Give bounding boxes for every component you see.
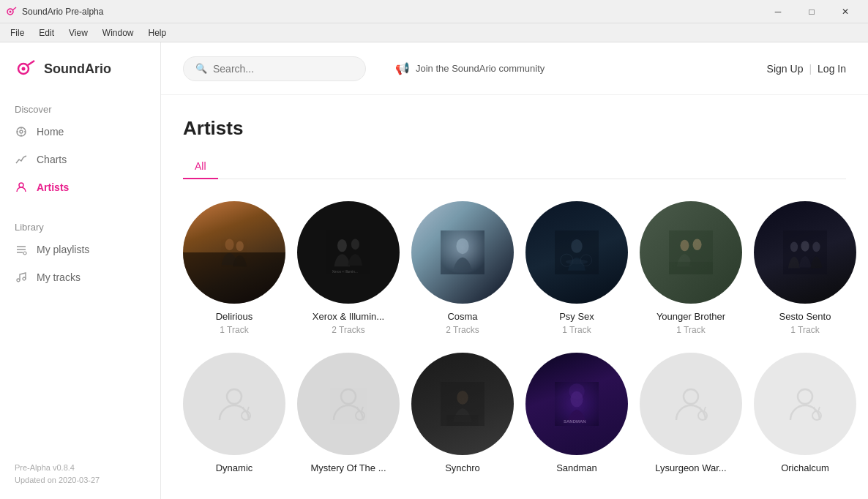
svg-point-19 [225,239,234,250]
playlists-icon [15,243,28,256]
page-title: Artists [183,117,846,140]
svg-rect-50 [447,415,479,426]
svg-line-46 [362,407,363,411]
sidebar-item-artists[interactable]: Artists [0,173,160,201]
artist-avatar-dynamic [183,353,285,455]
tab-all[interactable]: All [183,154,218,179]
artist-name-sandman: Sandman [556,462,597,473]
sidebar-playlists-label: My playlists [37,244,89,255]
svg-line-61 [818,407,820,411]
artist-name-sesto: Sesto Sento [779,311,831,322]
menu-help[interactable]: Help [141,23,174,42]
artist-avatar-sandman: SANDMAN [525,353,628,455]
artist-card-xerox[interactable]: Xerox × Illumin... Xerox & Illumin... 2 … [297,201,400,335]
artist-card-younger[interactable]: Younger Brother 1 Track [640,201,742,335]
svg-point-39 [812,241,820,252]
topbar: 🔍 📢 Join the SoundArio community Sign Up… [161,42,868,95]
svg-point-34 [693,239,702,250]
content-area: Artists All [161,95,868,499]
titlebar: SoundArio Pre-alpha ─ □ ✕ [0,0,868,23]
menu-view[interactable]: View [61,23,95,42]
sidebar-footer: Pre-Alpha v0.8.4 Updated on 2020-03-27 [0,450,160,499]
artist-name-mystery: Mystery Of The ... [310,462,386,473]
artist-avatar-delirious [183,201,285,304]
search-input[interactable] [213,63,353,75]
search-icon: 🔍 [195,63,207,74]
svg-point-12 [19,183,23,187]
artist-card-delirious[interactable]: Delirious 1 Track [183,201,285,335]
svg-line-2 [12,7,16,10]
minimize-button[interactable]: ─ [761,0,795,23]
artist-card-mystery[interactable]: Mystery Of The ... [297,353,400,476]
discover-section-label: Discover [0,98,160,118]
tracks-icon [15,271,28,284]
svg-point-7 [20,130,23,133]
artist-card-sesto[interactable]: Sesto Sento 1 Track [754,201,856,335]
artist-tracks-cosma: 2 Tracks [446,325,479,335]
logo-text: SoundArio [44,61,111,77]
svg-point-29 [566,259,588,264]
svg-point-18 [23,277,26,280]
artist-avatar-synchro [411,353,514,455]
svg-line-43 [243,407,244,411]
svg-point-37 [790,241,798,252]
svg-point-55 [684,389,698,404]
search-box[interactable]: 🔍 [183,56,366,81]
artist-tracks-younger: 1 Track [676,325,705,335]
community-text: Join the SoundArio community [416,63,545,74]
artist-tracks-sesto: 1 Track [790,325,819,335]
svg-point-53 [570,391,583,407]
sidebar-home-label: Home [37,126,64,138]
sidebar-item-home[interactable]: Home [0,118,160,146]
sidebar-item-charts[interactable]: Charts [0,146,160,173]
artist-name-lysurgeon: Lysurgeon War... [655,462,726,473]
artist-card-synchro[interactable]: Synchro [411,353,514,476]
community-notice: 📢 Join the SoundArio community [395,61,545,75]
artists-icon [15,181,28,194]
artist-card-psysex[interactable]: Psy Sex 1 Track [525,201,628,335]
artist-avatar-cosma [411,201,514,304]
close-button[interactable]: ✕ [828,0,862,23]
artist-card-orichalcum[interactable]: Orichalcum [754,353,856,476]
maximize-button[interactable]: □ [795,0,828,23]
svg-point-38 [801,241,809,252]
artist-avatar-lysurgeon [640,353,742,455]
soundario-logo-icon [15,57,38,80]
artist-avatar-sesto [754,201,856,304]
svg-point-49 [457,391,468,405]
artist-tracks-psysex: 1 Track [562,325,591,335]
svg-line-5 [28,61,34,65]
artist-name-cosma: Cosma [447,311,477,322]
svg-rect-35 [669,262,713,274]
svg-rect-21 [326,230,370,274]
artist-card-lysurgeon[interactable]: Lysurgeon War... [640,353,742,476]
svg-line-57 [704,407,706,411]
svg-point-59 [798,389,812,404]
artist-avatar-mystery [297,353,400,455]
login-link[interactable]: Log In [818,63,846,75]
signup-link[interactable]: Sign Up [767,63,804,75]
svg-point-4 [22,67,26,71]
window-controls: ─ □ ✕ [761,0,862,23]
sidebar-item-playlists[interactable]: My playlists [0,236,160,263]
artist-name-dynamic: Dynamic [216,462,253,473]
artist-name-xerox: Xerox & Illumin... [313,311,384,322]
menu-file[interactable]: File [3,23,31,42]
artist-tracks-delirious: 1 Track [220,325,248,335]
artist-avatar-younger [640,201,742,304]
artist-card-cosma[interactable]: Cosma 2 Tracks [411,201,514,335]
sidebar-item-tracks[interactable]: My tracks [0,263,160,291]
artist-card-sandman[interactable]: SANDMAN Sandman [525,353,628,476]
sidebar: SoundArio Discover Home [0,42,161,499]
svg-line-42 [247,407,249,411]
artist-name-synchro: Synchro [445,462,480,473]
window-title: SoundArio Pre-alpha [22,7,761,17]
menu-edit[interactable]: Edit [31,23,61,42]
library-section-label: Library [0,216,160,236]
svg-point-16 [23,252,26,255]
speaker-icon: 📢 [395,61,410,75]
menu-window[interactable]: Window [95,23,141,42]
actions-divider: | [806,63,815,75]
svg-text:SANDMAN: SANDMAN [564,419,586,424]
artist-card-dynamic[interactable]: Dynamic [183,353,285,476]
